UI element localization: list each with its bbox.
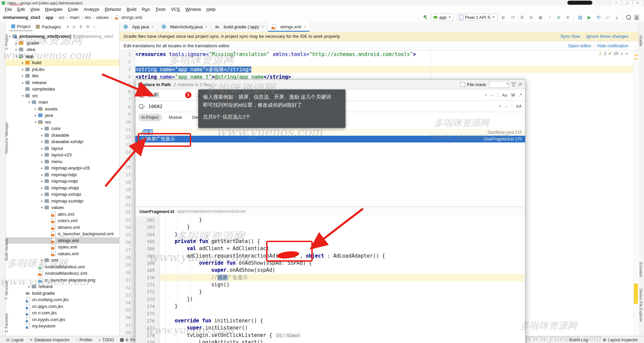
chevron-collapsed-icon[interactable]: ▸	[40, 166, 44, 170]
search-everywhere-icon[interactable]	[626, 15, 631, 20]
logcat-icon[interactable]: ▶	[586, 15, 592, 20]
menu-window[interactable]: Window	[183, 6, 204, 12]
tree-item-color[interactable]: ▸color	[6, 125, 119, 132]
tree-item-values-xml[interactable]: values.xml	[6, 250, 119, 257]
tree-item-xml[interactable]: ▸xml	[6, 257, 119, 264]
replace-history-caret[interactable]: ▾	[144, 105, 146, 108]
menu-run[interactable]: Run	[139, 6, 153, 12]
chevron-collapsed-icon[interactable]: ▸	[40, 179, 44, 183]
sync-now-link[interactable]: Sync Now	[560, 34, 580, 39]
chevron-collapsed-icon[interactable]: ▸	[40, 173, 44, 177]
chevron-down-icon[interactable]: ▾	[67, 25, 69, 29]
file-mask-combo[interactable]	[489, 81, 509, 88]
coverage-icon[interactable]: ◉	[537, 15, 543, 20]
statusbar-database-inspector[interactable]: ≋Database Inspector	[29, 338, 69, 342]
open-editor-link[interactable]: Open editor	[568, 43, 591, 48]
statusbar-logcat[interactable]: ▤Logcat	[6, 338, 23, 342]
tree-item-cn-mofang-com-jks[interactable]: cn.mofang.com.jks	[6, 296, 119, 303]
maximize-button[interactable]: □	[622, 0, 633, 6]
tool-button----project[interactable]: 1: Project	[4, 34, 8, 50]
locate-icon[interactable]: ◎	[72, 25, 76, 29]
breadcrumb-item[interactable]: xintianweng_xtw3	[3, 15, 40, 20]
tool-button----favorites[interactable]: 2: Favorites	[4, 313, 8, 333]
chevron-expanded-icon[interactable]: ▾	[33, 120, 38, 124]
scope-tab-module[interactable]: Module	[165, 114, 185, 121]
newline-icon[interactable]: ⤶	[491, 93, 494, 98]
menu-help[interactable]: Help	[204, 6, 218, 12]
attach-debugger-icon[interactable]: ж	[556, 15, 562, 20]
editor-tab-strings-xml[interactable]: strings.xml×	[268, 22, 310, 32]
chevron-collapsed-icon[interactable]: ▸	[40, 153, 44, 157]
tree-item-styles-xml[interactable]: styles.xml	[6, 244, 119, 250]
tree-item-dimens-xml[interactable]: dimens.xml	[6, 224, 119, 231]
hide-notification-link[interactable]: Hide notification	[597, 43, 629, 48]
profile-avatar[interactable]	[634, 15, 639, 20]
breadcrumb-item[interactable]: main	[70, 15, 79, 20]
menu-view[interactable]: View	[27, 6, 42, 12]
panel-tab-packages[interactable]: Packages	[34, 23, 63, 31]
close-tab-icon[interactable]: ×	[205, 25, 207, 29]
layout-validation-icon[interactable]: ▱	[604, 15, 611, 20]
tree-item-androidmanifest1-xml[interactable]: AndroidManifest1.xml	[6, 270, 119, 277]
minimize-button[interactable]: ─	[611, 0, 622, 6]
preview-code[interactable]: } } } private fun getStartData() { val a…	[162, 216, 520, 343]
menu-file[interactable]: File	[2, 6, 15, 12]
tree-item-release[interactable]: ▸release	[6, 79, 119, 86]
toggle-w[interactable]: W	[511, 93, 515, 98]
panel-tab-project[interactable]: Project	[9, 23, 32, 31]
close-tab-icon[interactable]: ×	[304, 25, 306, 29]
result-row-startbean.java[interactable]: /插屏StartBean.java 215	[135, 129, 525, 136]
chevron-collapsed-icon[interactable]: ▸	[27, 285, 31, 288]
sync-project-icon[interactable]: ⟲	[595, 15, 601, 20]
device-selector[interactable]: Pixel 2 API S ▼	[457, 14, 498, 21]
tree-item-mipmap-xxhdpi[interactable]: ▸mipmap-xxhdpi	[6, 191, 119, 198]
stop-icon[interactable]: ■	[565, 15, 571, 20]
chevron-collapsed-icon[interactable]: ▸	[21, 68, 25, 71]
tool-button-build-variants[interactable]: Build Variants	[4, 238, 8, 261]
prev-issue-icon[interactable]: ∧	[620, 51, 623, 56]
tree-item-ic-launcher-playstore-png[interactable]: ic_launcher-playstore.png	[6, 277, 119, 284]
tree-item-androidmanifest-xml[interactable]: AndroidManifest.xml	[6, 264, 119, 270]
hide-panel-icon[interactable]: ─	[93, 25, 96, 29]
breadcrumb-item[interactable]: res	[85, 15, 91, 20]
toggle-aa[interactable]: Aa	[502, 93, 507, 98]
tree-item-main[interactable]: ▾main	[6, 99, 119, 106]
collapse-all-icon[interactable]: ⇅	[79, 25, 82, 29]
editor-code[interactable]: <resources tools:ignore="MissingTranslat…	[135, 51, 634, 81]
tree-item-cn-qqys-com-jks[interactable]: cn.qqys.com.jks	[6, 303, 119, 310]
run-button[interactable]: ▶	[501, 15, 507, 20]
gear-icon[interactable]: ⚙	[86, 25, 89, 29]
next-issue-icon[interactable]: ∨	[625, 51, 628, 56]
statusbar-profiler[interactable]: ◔Profiler	[76, 338, 93, 342]
filter-icon[interactable]	[511, 82, 516, 87]
statusbar-todo[interactable]: ≡TODO	[98, 338, 114, 342]
chevron-collapsed-icon[interactable]: ▸	[40, 192, 44, 196]
chevron-expanded-icon[interactable]: ▾	[14, 54, 19, 58]
tree-item--gradle[interactable]: ▸.gradle	[6, 40, 119, 47]
tool-button-emulator[interactable]: Emulator	[639, 262, 643, 277]
run-restart-icon[interactable]: ≣	[519, 15, 525, 20]
menu-analyze[interactable]: Analyze	[81, 6, 102, 12]
tree-item-mipmap-mdpi[interactable]: ▸mipmap-mdpi	[6, 178, 119, 185]
search-input-value[interactable]: 插屏	[148, 92, 158, 98]
chevron-collapsed-icon[interactable]: ▸	[21, 81, 25, 84]
tool-button-gradle[interactable]: Gradle	[639, 35, 643, 46]
statusbar-event-log[interactable]: ◌Event Log	[566, 338, 588, 342]
chevron-collapsed-icon[interactable]: ▸	[40, 160, 44, 163]
apply-changes-icon[interactable]: ⟳	[510, 15, 516, 20]
device-manager-icon[interactable]: ▤	[577, 15, 583, 20]
file-mask-checkbox[interactable]	[460, 82, 465, 87]
tree-item-assets[interactable]: ▸assets	[6, 106, 119, 112]
tree-item-cn-xyyds-com-jks[interactable]: cn.xyyds.com.jks	[6, 316, 119, 323]
breadcrumb-item[interactable]: strings.xml	[121, 15, 142, 20]
tree-item-build[interactable]: ▸build	[6, 59, 119, 66]
toggle-dot*[interactable]: .*	[519, 93, 522, 98]
sdk-manager-icon[interactable]: ⤓	[614, 15, 620, 20]
chevron-collapsed-icon[interactable]: ▸	[40, 199, 44, 203]
chevron-expanded-icon[interactable]: ▾	[21, 94, 25, 98]
tree-item-drawable[interactable]: ▸drawable	[6, 132, 119, 139]
tree-item-libs[interactable]: ▸libs	[6, 73, 119, 79]
tree-item-strings-xml[interactable]: strings.xml	[6, 237, 119, 244]
chevron-collapsed-icon[interactable]: ▸	[40, 147, 44, 150]
menu-build[interactable]: Build	[124, 6, 139, 12]
